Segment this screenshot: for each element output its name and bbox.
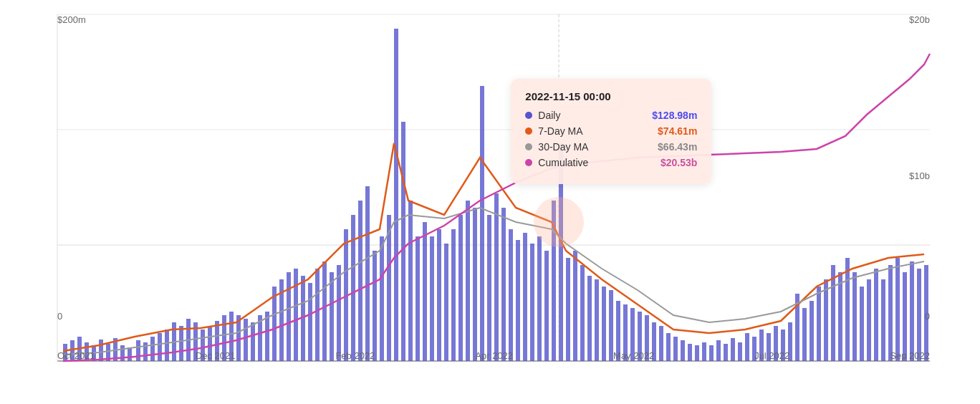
svg-rect-51 <box>394 29 398 361</box>
x-label-jul2022: Jul 2022 <box>754 350 789 361</box>
tooltip-cumulative-value: $20.53b <box>660 157 697 168</box>
tooltip-ma7-value: $74.61m <box>658 125 697 137</box>
svg-rect-78 <box>587 276 592 361</box>
svg-rect-113 <box>838 272 842 361</box>
chart-svg <box>57 14 930 361</box>
svg-rect-40 <box>315 269 320 361</box>
svg-rect-63 <box>480 86 484 361</box>
svg-rect-62 <box>473 208 477 361</box>
x-label-feb2022: Feb 2022 <box>335 350 375 361</box>
svg-rect-54 <box>415 236 420 361</box>
tooltip-ma30-row: 30-Day MA $66.43m <box>525 141 697 153</box>
ma30-dot <box>525 143 532 150</box>
y-axis-right-mid: $10b <box>909 170 930 181</box>
y-axis-left-bottom: 0 <box>57 311 62 322</box>
tooltip-daily-label: Daily <box>538 110 560 121</box>
svg-rect-55 <box>423 222 427 361</box>
chart-area: $200m 0 $20b $10b 0 Oct 2021 Dec 2021 Fe… <box>57 14 930 361</box>
svg-rect-67 <box>509 229 513 361</box>
y-axis-right-bottom: 0 <box>925 311 930 322</box>
x-label-apr2022: Apr 2022 <box>475 350 513 361</box>
svg-rect-53 <box>408 201 413 361</box>
svg-rect-64 <box>487 215 491 361</box>
svg-rect-70 <box>530 244 534 361</box>
svg-rect-79 <box>595 279 599 361</box>
svg-rect-119 <box>881 279 885 361</box>
tooltip-ma7-label: 7-Day MA <box>538 125 582 137</box>
svg-rect-59 <box>451 229 456 361</box>
svg-rect-56 <box>430 236 434 361</box>
svg-rect-115 <box>852 272 857 361</box>
tooltip-ma7-row: 7-Day MA $74.61m <box>525 125 697 137</box>
svg-rect-114 <box>845 258 850 361</box>
svg-rect-77 <box>580 265 585 361</box>
x-label-sep2022: Sep 2022 <box>890 350 930 361</box>
chart-container: $200m 0 $20b $10b 0 Oct 2021 Dec 2021 Fe… <box>0 0 980 404</box>
svg-rect-49 <box>380 236 384 361</box>
svg-rect-61 <box>466 201 470 361</box>
svg-rect-43 <box>337 265 341 361</box>
svg-rect-36 <box>287 272 291 361</box>
svg-rect-65 <box>494 193 499 361</box>
svg-rect-46 <box>358 201 362 361</box>
svg-rect-121 <box>895 258 900 361</box>
svg-rect-118 <box>874 269 878 361</box>
x-label-may2022: May 2022 <box>613 350 654 361</box>
svg-rect-66 <box>501 208 506 361</box>
tooltip-cumulative-row: Cumulative $20.53b <box>525 157 697 168</box>
svg-rect-122 <box>903 272 907 361</box>
svg-rect-39 <box>308 283 312 361</box>
y-axis-right-top: $20b <box>909 14 930 25</box>
tooltip-daily-row: Daily $128.98m <box>525 110 697 121</box>
y-axis-left-top: $200m <box>57 14 86 25</box>
svg-rect-58 <box>444 244 448 361</box>
svg-rect-72 <box>544 251 549 361</box>
tooltip-ma30-value: $66.43m <box>658 141 697 153</box>
svg-rect-45 <box>351 215 355 361</box>
svg-rect-120 <box>888 265 893 361</box>
svg-rect-50 <box>387 215 391 361</box>
tooltip-daily-value: $128.98m <box>652 110 697 121</box>
svg-rect-75 <box>566 258 570 361</box>
ma7-dot <box>525 128 532 135</box>
x-axis-labels: Oct 2021 Dec 2021 Feb 2022 Apr 2022 May … <box>57 350 930 361</box>
chart-tooltip: 2022-11-15 00:00 Daily $128.98m 7-Day MA… <box>511 79 711 184</box>
daily-dot <box>525 112 532 119</box>
svg-rect-42 <box>330 272 334 361</box>
tooltip-ma30-label: 30-Day MA <box>538 141 588 153</box>
svg-rect-57 <box>437 229 441 361</box>
svg-rect-47 <box>365 186 370 361</box>
tooltip-date: 2022-11-15 00:00 <box>525 90 697 102</box>
svg-rect-52 <box>401 122 405 361</box>
x-label-oct2021: Oct 2021 <box>57 350 95 361</box>
svg-rect-124 <box>917 269 921 361</box>
svg-rect-69 <box>523 233 527 361</box>
svg-rect-60 <box>458 215 463 361</box>
svg-point-127 <box>534 197 584 247</box>
cumulative-dot <box>525 159 532 166</box>
x-label-dec2021: Dec 2021 <box>196 350 236 361</box>
svg-rect-37 <box>294 269 298 361</box>
svg-rect-111 <box>824 279 828 361</box>
svg-rect-76 <box>573 251 577 361</box>
svg-rect-41 <box>322 261 327 361</box>
svg-rect-48 <box>373 251 377 361</box>
svg-rect-123 <box>910 261 914 361</box>
tooltip-cumulative-label: Cumulative <box>538 157 588 168</box>
svg-rect-71 <box>537 236 542 361</box>
svg-rect-68 <box>516 240 520 361</box>
svg-rect-117 <box>867 279 871 361</box>
